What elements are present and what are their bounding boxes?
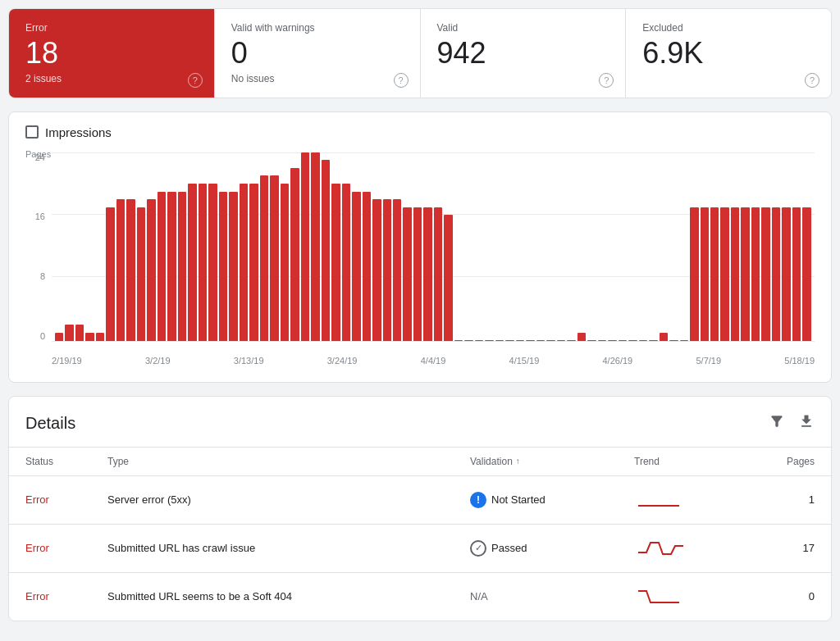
x-label-9: 5/18/19	[784, 356, 815, 366]
bar-10	[158, 192, 166, 341]
bar-73	[802, 207, 810, 341]
download-icon[interactable]	[798, 413, 815, 434]
bar-66	[731, 207, 739, 341]
bar-27	[331, 184, 340, 341]
impressions-checkbox-label[interactable]: Impressions	[25, 125, 112, 139]
bar-35	[413, 207, 422, 341]
bar-58	[649, 340, 657, 341]
bar-60	[669, 340, 678, 341]
bar-43	[495, 340, 504, 341]
bar-7	[126, 199, 135, 341]
bar-0	[55, 333, 63, 341]
chart-header: Impressions	[25, 125, 815, 139]
bar-42	[485, 340, 493, 341]
x-axis-labels: 2/19/19 3/2/19 3/13/19 3/24/19 4/4/19 4/…	[52, 346, 815, 366]
bar-57	[639, 340, 647, 341]
bar-49	[557, 340, 565, 341]
bar-59	[660, 333, 668, 341]
bar-4	[96, 333, 104, 341]
table-row: Error Server error (5xx) ! Not Started 1	[9, 476, 831, 525]
details-actions	[769, 413, 815, 434]
error-sub: 2 issues	[25, 73, 198, 84]
excluded-value: 6.9K	[642, 37, 815, 70]
bar-24	[301, 152, 309, 341]
filter-icon[interactable]	[769, 413, 785, 434]
col-type: Type	[107, 456, 470, 467]
bar-11	[167, 192, 176, 341]
bar-17	[229, 192, 237, 341]
row3-trend	[634, 584, 749, 609]
row2-type: Submitted URL has crawl issue	[107, 542, 470, 554]
bar-20	[260, 175, 268, 340]
col-pages: Pages	[749, 456, 815, 467]
bar-31	[372, 199, 381, 341]
x-label-7: 4/26/19	[603, 356, 633, 366]
bar-40	[464, 340, 472, 341]
bar-33	[393, 199, 401, 341]
bar-63	[701, 207, 709, 341]
bar-64	[710, 207, 719, 341]
bar-23	[290, 168, 299, 341]
bar-53	[598, 340, 606, 341]
row1-validation: ! Not Started	[470, 492, 634, 508]
row3-validation-label: N/A	[470, 590, 488, 602]
row3-status: Error	[25, 590, 107, 602]
error-value: 18	[25, 37, 198, 70]
error-help-icon[interactable]: ?	[188, 73, 203, 88]
bar-36	[423, 207, 431, 341]
bar-29	[352, 192, 360, 341]
bar-25	[311, 152, 319, 341]
x-label-6: 4/15/19	[509, 356, 540, 366]
bar-1	[65, 325, 73, 340]
bar-21	[270, 175, 278, 340]
impressions-label: Impressions	[45, 125, 112, 139]
bar-50	[567, 340, 575, 341]
excluded-help-icon[interactable]: ?	[805, 73, 819, 88]
sort-arrow-icon: ↑	[516, 457, 520, 466]
row1-validation-label: Not Started	[491, 493, 546, 506]
bar-3	[85, 333, 94, 341]
bar-37	[434, 207, 442, 341]
bar-62	[690, 207, 698, 341]
bar-48	[546, 340, 555, 341]
table-row: Error Submitted URL seems to be a Soft 4…	[9, 573, 831, 621]
row3-pages: 0	[749, 590, 815, 602]
bar-71	[782, 207, 790, 341]
bar-30	[363, 192, 371, 341]
warnings-help-icon[interactable]: ?	[394, 73, 409, 88]
warnings-sub: No issues	[231, 73, 404, 84]
y-label-24: 24	[35, 152, 48, 162]
col-validation[interactable]: Validation ↑	[470, 456, 634, 467]
bar-45	[516, 340, 524, 341]
bar-67	[741, 207, 749, 341]
valid-stat-block: Valid 942 ?	[421, 9, 627, 98]
col-trend: Trend	[634, 456, 749, 467]
bar-14	[199, 184, 207, 341]
table-header: Status Type Validation ↑ Trend Pages	[9, 448, 831, 476]
bar-8	[137, 207, 145, 341]
row1-status: Error	[25, 493, 107, 506]
valid-help-icon[interactable]: ?	[599, 73, 614, 88]
row1-trend	[634, 488, 749, 512]
bar-6	[116, 199, 125, 341]
bar-12	[178, 192, 186, 341]
warnings-value: 0	[231, 37, 404, 70]
bar-5	[106, 207, 114, 341]
not-started-icon: !	[470, 492, 486, 508]
row2-trend	[634, 536, 749, 561]
table-row: Error Submitted URL has crawl issue ✓ Pa…	[9, 525, 831, 573]
excluded-stat-block: Excluded 6.9K ?	[626, 9, 831, 98]
bar-15	[208, 184, 217, 341]
impressions-checkbox[interactable]	[25, 125, 39, 139]
bar-61	[680, 340, 688, 341]
row3-validation: N/A	[470, 590, 634, 602]
row2-pages: 17	[749, 542, 815, 554]
row3-type: Submitted URL seems to be a Soft 404	[107, 590, 470, 602]
passed-icon: ✓	[470, 540, 486, 557]
valid-label: Valid	[437, 22, 609, 34]
y-label-16: 16	[35, 211, 48, 221]
x-label-3: 3/13/19	[234, 356, 264, 366]
col-status: Status	[25, 456, 107, 467]
x-label-2: 3/2/19	[145, 356, 171, 366]
bar-69	[761, 207, 769, 341]
